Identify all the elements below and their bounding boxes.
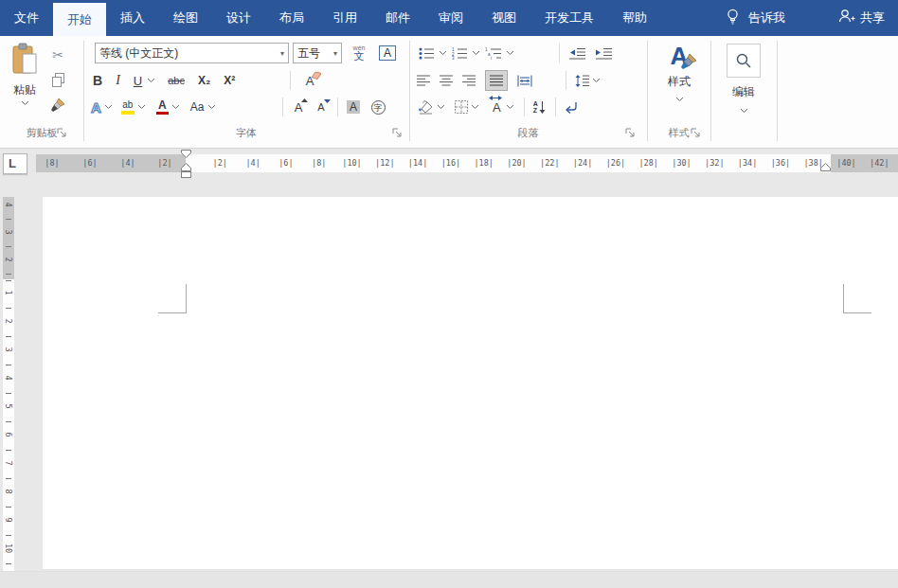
ruler-number: |30| bbox=[672, 154, 691, 172]
separator bbox=[290, 71, 291, 90]
character-shading-icon: A bbox=[347, 100, 360, 114]
ruler-number: 3 bbox=[4, 344, 13, 355]
paragraph-dialog-launcher-icon[interactable] bbox=[625, 128, 636, 138]
tab-layout[interactable]: 布局 bbox=[265, 0, 318, 36]
grow-font-button[interactable]: A bbox=[286, 96, 311, 118]
numbering-icon: 1 2 3 bbox=[452, 47, 468, 60]
ruler-number: |18| bbox=[474, 154, 493, 172]
tab-insert[interactable]: 插入 bbox=[106, 0, 159, 36]
multilevel-list-button[interactable]: 1 a i bbox=[485, 47, 513, 60]
shrink-font-button[interactable]: A bbox=[309, 96, 333, 118]
document-page[interactable] bbox=[43, 197, 898, 569]
italic-button[interactable]: I bbox=[116, 73, 120, 88]
show-hide-marks-button[interactable] bbox=[564, 101, 578, 114]
format-painter-button[interactable] bbox=[45, 95, 70, 117]
ruler-tick bbox=[6, 393, 11, 394]
share-label: 共享 bbox=[860, 9, 885, 27]
phonetic-guide-button[interactable]: wén 文 bbox=[347, 42, 371, 64]
ruler-number: |16| bbox=[441, 154, 460, 172]
editing-label: 编辑 bbox=[732, 84, 755, 100]
line-spacing-button[interactable] bbox=[570, 69, 604, 92]
share-person-icon bbox=[838, 9, 855, 27]
paste-button[interactable]: 粘贴 bbox=[6, 43, 44, 122]
editing-button[interactable]: 编辑 bbox=[725, 44, 763, 113]
hanging-indent-marker[interactable] bbox=[181, 163, 191, 178]
shading-button[interactable] bbox=[417, 100, 444, 115]
ribbon: 粘贴 ✂ bbox=[0, 36, 898, 149]
text-highlight-button[interactable]: ab bbox=[121, 100, 145, 115]
font-group: 等线 (中文正文) ▾ 五号 ▾ wén 文 A B I U bbox=[83, 36, 409, 149]
ruler-number: |28| bbox=[638, 154, 657, 172]
horizontal-ruler[interactable]: |8||6||4||2||2||4||6||8||10||12||14||16|… bbox=[0, 154, 898, 172]
tab-home[interactable]: 开始 bbox=[53, 3, 106, 36]
ruler-number: |8| bbox=[312, 154, 326, 172]
styles-group: A 样式 样式 bbox=[647, 36, 710, 149]
clipboard-dialog-launcher-icon[interactable] bbox=[57, 128, 67, 138]
increase-indent-button[interactable] bbox=[591, 42, 616, 64]
document-area: L |8||6||4||2||2||4||6||8||10||12||14||1… bbox=[0, 149, 898, 588]
enclose-characters-button[interactable]: 字 bbox=[366, 96, 390, 118]
text-boundary-corner-mark-right bbox=[843, 284, 871, 313]
numbering-button[interactable]: 1 2 3 bbox=[452, 47, 479, 60]
font-group-label: 字体 bbox=[83, 126, 409, 140]
strikethrough-button[interactable]: abc bbox=[168, 75, 185, 86]
share-button[interactable]: 共享 bbox=[838, 9, 885, 27]
styles-button[interactable]: A 样式 bbox=[656, 44, 702, 101]
font-color-button[interactable]: A bbox=[156, 99, 179, 115]
asian-layout-button[interactable]: A bbox=[493, 100, 513, 115]
first-line-indent-marker[interactable] bbox=[181, 150, 191, 158]
tab-help[interactable]: 帮助 bbox=[608, 0, 661, 36]
character-shading-button[interactable]: A bbox=[341, 96, 366, 118]
tab-mailings[interactable]: 邮件 bbox=[371, 0, 424, 36]
font-name-value: 等线 (中文正文) bbox=[99, 45, 278, 62]
separator bbox=[524, 98, 525, 116]
tab-design[interactable]: 设计 bbox=[212, 0, 265, 36]
font-name-combobox[interactable]: 等线 (中文正文) ▾ bbox=[95, 43, 289, 63]
tab-view[interactable]: 视图 bbox=[477, 0, 530, 36]
lightbulb-icon bbox=[725, 8, 741, 29]
clear-formatting-button[interactable]: A bbox=[297, 69, 322, 92]
tell-me-button[interactable]: 告诉我 bbox=[748, 9, 785, 27]
bullets-button[interactable] bbox=[419, 47, 446, 60]
font-size-combobox[interactable]: 五号 ▾ bbox=[293, 43, 342, 63]
ruler-number: |34| bbox=[738, 154, 757, 172]
character-border-button[interactable]: A bbox=[375, 42, 400, 64]
titlebar-right: 告诉我 共享 bbox=[725, 0, 898, 36]
borders-button[interactable] bbox=[455, 100, 478, 114]
ruler-number: |40| bbox=[836, 154, 855, 172]
tab-strip: 文件开始插入绘图设计布局引用邮件审阅视图开发工具帮助 bbox=[0, 0, 661, 36]
subscript-button[interactable]: X₂ bbox=[198, 74, 210, 87]
ruler-number: |20| bbox=[507, 154, 526, 172]
ruler-number: |22| bbox=[540, 154, 559, 172]
tab-developer[interactable]: 开发工具 bbox=[530, 0, 608, 36]
text-effects-button[interactable]: A bbox=[91, 99, 112, 116]
sort-button[interactable]: A Z bbox=[533, 100, 546, 114]
cut-button[interactable]: ✂ bbox=[45, 44, 70, 66]
character-scaling-icon: A bbox=[493, 100, 501, 115]
tab-review[interactable]: 审阅 bbox=[424, 0, 477, 36]
styles-label: 样式 bbox=[668, 74, 691, 90]
align-right-button[interactable] bbox=[462, 75, 476, 86]
tab-draw[interactable]: 绘图 bbox=[159, 0, 212, 36]
borders-icon bbox=[455, 100, 468, 114]
group-separator bbox=[777, 41, 778, 141]
align-left-button[interactable] bbox=[417, 75, 430, 86]
decrease-indent-button[interactable] bbox=[565, 42, 589, 64]
tab-references[interactable]: 引用 bbox=[318, 0, 371, 36]
right-indent-marker[interactable] bbox=[820, 163, 831, 171]
font-dialog-launcher-icon[interactable] bbox=[392, 128, 403, 138]
align-center-button[interactable] bbox=[440, 75, 453, 86]
tab-file[interactable]: 文件 bbox=[0, 0, 53, 36]
shading-bucket-icon bbox=[417, 100, 434, 115]
separator bbox=[337, 98, 338, 116]
bold-button[interactable]: B bbox=[93, 73, 102, 88]
underline-button[interactable]: U bbox=[134, 74, 154, 88]
horizontal-scrollbar[interactable] bbox=[0, 571, 898, 588]
change-case-button[interactable]: Aa bbox=[190, 100, 215, 114]
copy-button[interactable] bbox=[45, 70, 70, 93]
justify-button[interactable] bbox=[485, 70, 508, 91]
distribute-text-button[interactable] bbox=[517, 75, 532, 87]
chevron-down-icon: ▾ bbox=[331, 49, 337, 58]
superscript-button[interactable]: X² bbox=[224, 74, 235, 87]
styles-dialog-launcher-icon[interactable] bbox=[691, 128, 701, 138]
